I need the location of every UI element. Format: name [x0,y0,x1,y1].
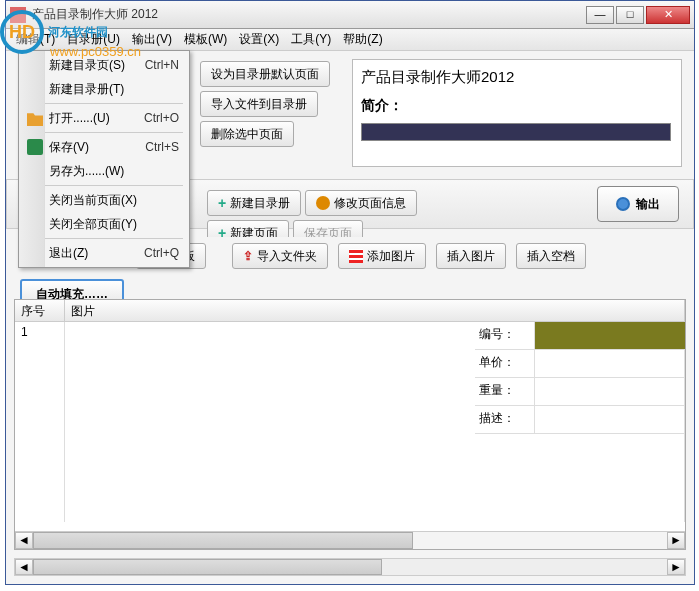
field-desc[interactable]: 描述： [475,406,685,434]
data-table: 序号 图片 1 编号： 单价： 重量： 描述： ◄ ► [14,299,686,550]
close-button[interactable]: ✕ [646,6,690,24]
menu-catalog[interactable]: 目录册(U) [61,29,126,50]
menubar: 编辑(T) 目录册(U) 输出(V) 模板(W) 设置(X) 工具(Y) 帮助(… [6,29,694,51]
menu-output[interactable]: 输出(V) [126,29,178,50]
import-folder-button[interactable]: ⇪导入文件夹 [232,243,328,269]
set-default-button[interactable]: 设为目录册默认页面 [200,61,330,87]
menu-separator [25,185,183,186]
grid-icon [349,249,363,263]
field-code[interactable]: 编号： [475,322,685,350]
window-title: 产品目录制作大师 2012 [32,6,586,23]
maximize-button[interactable]: □ [616,6,644,24]
scroll-right-icon[interactable]: ► [667,559,685,575]
menu-help[interactable]: 帮助(Z) [337,29,388,50]
field-weight-value[interactable] [535,378,685,405]
file-menu-dropdown: 新建目录页(S)Ctrl+N 新建目录册(T) 打开......(U)Ctrl+… [18,50,190,268]
menu-new-catalog[interactable]: 新建目录册(T) [21,77,187,101]
menu-close-current[interactable]: 关闭当前页面(X) [21,188,187,212]
field-price-value[interactable] [535,350,685,377]
menu-close-all[interactable]: 关闭全部页面(Y) [21,212,187,236]
app-icon [10,7,26,23]
field-price[interactable]: 单价： [475,350,685,378]
menu-template[interactable]: 模板(W) [178,29,233,50]
delete-selected-button[interactable]: 删除选中页面 [200,121,294,147]
cell-seq: 1 [15,322,65,522]
menu-tools[interactable]: 工具(Y) [285,29,337,50]
menu-settings[interactable]: 设置(X) [233,29,285,50]
edit-info-button[interactable]: 修改页面信息 [305,190,417,216]
output-button[interactable]: 输出 [597,186,679,222]
folder-icon [27,110,43,126]
scroll-left-icon[interactable]: ◄ [15,559,33,575]
gear-icon [316,196,330,210]
scroll-left-icon[interactable]: ◄ [15,532,33,549]
menu-exit[interactable]: 退出(Z)Ctrl+Q [21,241,187,265]
preview-title: 产品目录制作大师2012 [361,68,673,87]
preview-thumbnail [361,123,671,141]
insert-image-button[interactable]: 插入图片 [436,243,506,269]
scroll-thumb[interactable] [33,559,382,575]
col-seq[interactable]: 序号 [15,300,65,321]
field-weight[interactable]: 重量： [475,378,685,406]
scroll-track[interactable] [33,532,667,549]
titlebar: 产品目录制作大师 2012 — □ ✕ [6,1,694,29]
add-image-button[interactable]: 添加图片 [338,243,426,269]
scroll-track[interactable] [33,559,667,575]
field-desc-value[interactable] [535,406,685,433]
side-fields: 编号： 单价： 重量： 描述： [475,322,685,434]
scroll-thumb[interactable] [33,532,413,549]
table-hscroll[interactable]: ◄ ► [15,531,685,549]
menu-save[interactable]: 保存(V)Ctrl+S [21,135,187,159]
menu-separator [25,103,183,104]
menu-edit[interactable]: 编辑(T) [10,29,61,50]
col-image[interactable]: 图片 [65,300,685,321]
menu-save-as[interactable]: 另存为......(W) [21,159,187,183]
import-icon: ⇪ [243,249,253,263]
preview-panel: 产品目录制作大师2012 简介： [352,59,682,167]
insert-blank-button[interactable]: 插入空档 [516,243,586,269]
menu-separator [25,132,183,133]
table-row[interactable]: 1 编号： 单价： 重量： 描述： [15,322,685,522]
stopwatch-icon [616,197,630,211]
menu-new-page[interactable]: 新建目录页(S)Ctrl+N [21,53,187,77]
window-hscroll[interactable]: ◄ ► [14,558,686,576]
plus-icon: + [218,195,226,211]
new-catalog-button[interactable]: +新建目录册 [207,190,301,216]
save-icon [27,139,43,155]
import-files-button[interactable]: 导入文件到目录册 [200,91,318,117]
table-header: 序号 图片 [15,300,685,322]
minimize-button[interactable]: — [586,6,614,24]
menu-separator [25,238,183,239]
menu-open[interactable]: 打开......(U)Ctrl+O [21,106,187,130]
field-code-value[interactable] [535,322,685,349]
scroll-right-icon[interactable]: ► [667,532,685,549]
intro-label: 简介： [361,97,673,115]
